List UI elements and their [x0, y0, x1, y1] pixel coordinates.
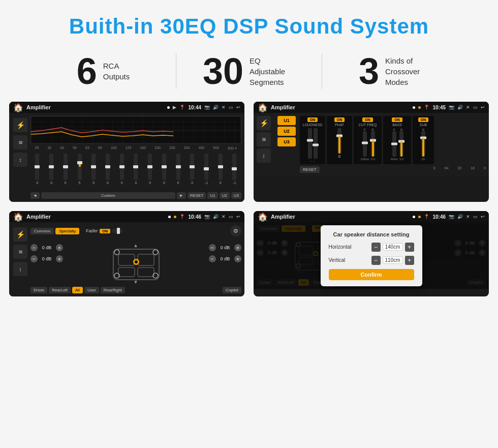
db-plus-fl[interactable]: + — [56, 244, 63, 251]
reset-btn[interactable]: RESET — [188, 192, 206, 199]
sub-on[interactable]: ON — [418, 117, 429, 122]
back-icon-3[interactable]: ↩ — [236, 214, 240, 219]
home-icon-4[interactable]: 🏠 — [258, 212, 268, 222]
status-dot-6 — [413, 216, 415, 218]
svg-rect-3 — [118, 254, 135, 265]
btn-driver[interactable]: Driver — [30, 287, 47, 293]
crossover-preset-u2[interactable]: U2 — [277, 127, 296, 136]
cutfreq-slider-f[interactable] — [363, 131, 367, 157]
bass-slider-g[interactable] — [399, 131, 403, 157]
settings-icon[interactable]: ⚙ — [230, 225, 241, 236]
cutfreq-on[interactable]: ON — [362, 117, 373, 122]
home-icon[interactable]: 🏠 — [13, 103, 23, 112]
back-icon-2[interactable]: ↩ — [481, 105, 485, 110]
eq-sidebar-btn-3[interactable]: ↕ — [13, 153, 27, 167]
eq-label-100: 100 — [111, 146, 117, 151]
db-plus-rr[interactable]: + — [234, 255, 241, 262]
u2-btn[interactable]: U2 — [220, 192, 230, 199]
db-plus-fr[interactable]: + — [234, 244, 241, 251]
eq-slider-3[interactable]: 0 — [64, 154, 68, 189]
loudness-on[interactable]: ON — [307, 117, 318, 122]
eq-slider-4[interactable]: 5 — [78, 154, 82, 189]
fader-tab-common[interactable]: Common — [30, 228, 54, 234]
close-icon-2[interactable]: ✕ — [466, 105, 470, 110]
dialog-row-vertical: Vertical − 110cm + — [329, 256, 414, 265]
close-icon-4[interactable]: ✕ — [466, 214, 470, 219]
stat-number-rca: 6 — [77, 53, 97, 89]
crossover-sidebar-btn-1[interactable]: ⚡ — [257, 116, 271, 130]
crossover-reset-btn[interactable]: RESET — [300, 166, 320, 173]
fader-h-slider[interactable] — [112, 229, 122, 233]
bass-slider-f[interactable] — [392, 131, 396, 157]
eq-slider-8[interactable]: 0 — [134, 154, 138, 189]
cutfreq-slider-g[interactable] — [371, 131, 375, 157]
btn-copilot[interactable]: Copilot — [223, 287, 241, 293]
db-minus-fr[interactable]: − — [209, 244, 216, 251]
preset-name: Custom — [41, 192, 175, 199]
eq-slider-10[interactable]: 0 — [162, 154, 166, 189]
loudness-slider-1[interactable] — [308, 128, 312, 159]
horizontal-minus-btn[interactable]: − — [371, 243, 381, 252]
btn-all[interactable]: All — [72, 287, 83, 293]
eq-slider-6[interactable]: 0 — [106, 154, 110, 189]
btn-rearright[interactable]: RearRight — [101, 287, 125, 293]
eq-slider-2[interactable]: 0 — [49, 154, 53, 189]
svg-point-10 — [153, 250, 158, 255]
volume-icon-2: 🔊 — [457, 105, 463, 110]
status-time-eq: 10:44 — [188, 105, 201, 110]
phat-slider[interactable] — [337, 128, 341, 154]
fader-sidebar-btn-1[interactable]: ⚡ — [13, 227, 27, 242]
car-diagram: ▲ ▼ — [65, 239, 207, 285]
eq-slider-5[interactable]: 0 — [91, 154, 96, 189]
eq-slider-14[interactable]: 0 — [219, 154, 223, 189]
vertical-plus-btn[interactable]: + — [405, 256, 414, 265]
u1-btn[interactable]: U1 — [207, 192, 217, 199]
crossover-preset-u3[interactable]: U3 — [277, 137, 296, 146]
eq-slider-11[interactable]: 0 — [176, 154, 180, 189]
horizontal-plus-btn[interactable]: + — [405, 243, 414, 252]
db-val-fr: 0 dB — [218, 245, 232, 250]
back-icon[interactable]: ↩ — [236, 105, 240, 110]
phat-on[interactable]: ON — [334, 117, 345, 122]
crossover-sidebar-btn-3[interactable]: ↕ — [257, 148, 271, 163]
fader-sidebar-btn-3[interactable]: ↕ — [13, 262, 27, 276]
fader-sidebar-btn-2[interactable]: ≋ — [13, 245, 27, 259]
crossover-preset-u1[interactable]: U1 — [277, 116, 296, 125]
status-dot-1 — [167, 106, 170, 109]
eq-slider-15[interactable]: -1 — [232, 154, 236, 189]
vertical-minus-btn[interactable]: − — [371, 256, 381, 265]
fader-on-badge[interactable]: ON — [100, 229, 110, 233]
eq-slider-13[interactable]: -1 — [204, 154, 208, 189]
bass-label: BASS — [392, 123, 402, 127]
eq-sidebar-btn-1[interactable]: ⚡ — [13, 118, 27, 132]
close-icon-1[interactable]: ✕ — [222, 105, 226, 110]
btn-user[interactable]: User — [84, 287, 99, 293]
eq-label-250: 250 — [169, 146, 175, 151]
eq-slider-1[interactable]: 0 — [35, 154, 39, 189]
fader-label-row: Fader ON — [86, 228, 122, 233]
db-plus-rl[interactable]: + — [56, 255, 63, 262]
sub-slider[interactable] — [421, 131, 425, 157]
crossover-sidebar-btn-2[interactable]: ≋ — [257, 132, 271, 146]
eq-slider-12[interactable]: 0 — [190, 154, 194, 189]
db-minus-fl[interactable]: − — [30, 244, 38, 251]
eq-slider-7[interactable]: 0 — [120, 154, 124, 189]
back-icon-4[interactable]: ↩ — [481, 214, 485, 219]
db-minus-rl[interactable]: − — [30, 255, 38, 262]
btn-rearleft[interactable]: RearLeft — [49, 287, 71, 293]
db-minus-rr[interactable]: − — [209, 255, 216, 262]
prev-btn[interactable]: ◄ — [30, 192, 40, 199]
close-icon-3[interactable]: ✕ — [222, 214, 226, 219]
confirm-button[interactable]: Confirm — [329, 269, 414, 280]
fader-tabs: Common Specialty Fader ON ⚙ — [30, 225, 241, 236]
next-btn[interactable]: ► — [177, 192, 186, 199]
bass-on[interactable]: ON — [392, 117, 402, 122]
home-icon-2[interactable]: 🏠 — [258, 103, 268, 112]
eq-slider-9[interactable]: 0 — [148, 154, 152, 189]
fader-tab-specialty[interactable]: Specialty — [55, 228, 79, 234]
loudness-slider-2[interactable] — [314, 128, 318, 159]
crossover-sub: ON SUB G 20 — [413, 116, 434, 164]
u3-btn[interactable]: U3 — [231, 192, 241, 199]
home-icon-3[interactable]: 🏠 — [13, 212, 23, 222]
eq-sidebar-btn-2[interactable]: ≋ — [13, 135, 27, 150]
